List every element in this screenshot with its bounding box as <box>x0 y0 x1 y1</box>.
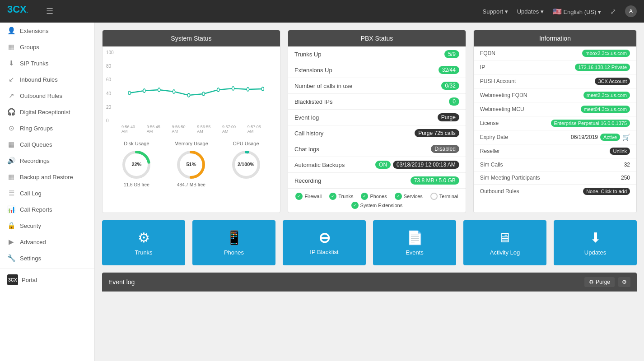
info-ip: IP 172.16.138.12 Private <box>474 60 636 74</box>
info-expiry: Expiry Date 06/19/2019 Active 🛒 <box>474 130 636 144</box>
settings-icon: 🔧 <box>7 254 15 262</box>
extensions-up-badge: 32/44 <box>439 66 459 74</box>
recording-badge: 73.8 MB / 5.0 GB <box>411 176 459 185</box>
sidebar-item-call-queues[interactable]: ▦ Call Queues <box>0 136 94 153</box>
system-extensions-status: ✓ System Extensions <box>351 202 403 209</box>
event-log-section: Event log ♻ Purge ⚙ <box>102 273 637 292</box>
tile-updates[interactable]: ⬇ Updates <box>554 220 637 265</box>
trunks-status: ✓ Trunks <box>329 193 353 200</box>
svg-point-4 <box>187 93 190 97</box>
push-account-value: 3CX Account <box>595 78 630 85</box>
chart-area: 100 80 60 40 20 0 <box>103 46 280 137</box>
pbx-row-recording: Recording 73.8 MB / 5.0 GB <box>288 173 466 189</box>
pbx-row-trunks: Trunks Up 5/9 <box>288 46 466 62</box>
auto-backup-date-badge: 03/18/2019 12:00:13 AM <box>393 161 459 169</box>
sidebar-item-sip-trunks[interactable]: ⬇ SIP Trunks <box>0 55 94 71</box>
sim-meeting-value: 250 <box>621 175 630 181</box>
sidebar-item-extensions[interactable]: 👤 Extensions <box>0 23 94 39</box>
support-link[interactable]: Support ▾ <box>483 8 508 15</box>
pbx-row-chat-logs: Chat logs Disabled <box>288 141 466 157</box>
sidebar-item-settings[interactable]: 🔧 Settings <box>0 250 94 266</box>
tiles-row: ⚙ Trunks 📱 Phones ⊖ IP Blacklist 📄 Event… <box>102 220 637 265</box>
event-log-bar: Event log ♻ Purge ⚙ <box>102 273 637 292</box>
reseller-unlink[interactable]: Unlink <box>610 148 630 155</box>
svg-point-6 <box>217 88 219 92</box>
extensions-icon: 👤 <box>7 27 15 35</box>
sip-trunks-icon: ⬇ <box>7 59 15 67</box>
groups-icon: ▦ <box>7 43 15 51</box>
event-log-badge[interactable]: Purge <box>438 113 459 121</box>
svg-point-9 <box>261 87 264 91</box>
call-queues-icon: ▦ <box>7 140 15 148</box>
ip-value: 172.16.138.12 Private <box>575 64 630 71</box>
pbx-row-calls-in-use: Number of calls in use 0/32 <box>288 78 466 94</box>
sidebar-item-portal[interactable]: 3CX Portal <box>0 270 94 289</box>
sidebar-item-ring-groups[interactable]: ⊙ Ring Groups <box>0 120 94 136</box>
advanced-icon: ▶ <box>7 238 15 246</box>
system-status-header: System Status <box>103 30 280 46</box>
sidebar-item-security[interactable]: 🔒 Security <box>0 218 94 234</box>
expand-icon[interactable]: ⤢ <box>610 7 616 16</box>
outbound-rules-value[interactable]: None. Click to add <box>583 188 630 195</box>
sidebar-item-digital-receptionist[interactable]: 🎧 Digital Receptionist <box>0 104 94 120</box>
trunks-up-badge: 5/9 <box>444 50 459 58</box>
sidebar-item-call-log[interactable]: ☰ Call Log <box>0 185 94 201</box>
memory-usage-gauge: Memory Usage 51% 484.7 MB free <box>174 141 208 187</box>
user-avatar[interactable]: A <box>625 5 637 17</box>
sidebar-item-backup-restore[interactable]: ▦ Backup and Restore <box>0 169 94 185</box>
updates-link[interactable]: Updates ▾ <box>517 8 544 15</box>
tile-events[interactable]: 📄 Events <box>373 220 456 265</box>
cards-row: System Status 100 80 60 40 20 0 <box>102 30 637 213</box>
calls-in-use-badge: 0/32 <box>441 82 459 90</box>
event-log-purge-button[interactable]: ♻ Purge <box>584 277 615 287</box>
system-status-card: System Status 100 80 60 40 20 0 <box>102 30 280 213</box>
pbx-row-event-log: Event log Purge <box>288 110 466 125</box>
information-card: Information FQDN mbox2.3cx.us.com IP 172… <box>473 30 637 213</box>
call-history-badge[interactable]: Purge 725 calls <box>415 129 459 137</box>
svg-point-7 <box>232 87 234 90</box>
logo: 3CX. <box>7 4 28 19</box>
event-log-settings-button[interactable]: ⚙ <box>618 277 630 287</box>
recordings-icon: 🔊 <box>7 157 15 165</box>
svg-point-5 <box>202 92 205 96</box>
svg-point-3 <box>173 90 175 93</box>
digital-receptionist-icon: 🎧 <box>7 108 15 116</box>
tile-activity-log[interactable]: 🖥 Activity Log <box>463 220 546 265</box>
firewall-status: ✓ Firewall <box>295 193 322 200</box>
3cx-brand: 3CX <box>7 274 18 285</box>
event-log-actions: ♻ Purge ⚙ <box>584 277 630 287</box>
sidebar-item-call-reports[interactable]: 📊 Call Reports <box>0 201 94 218</box>
info-sim-meeting: Sim Meeting Participants 250 <box>474 171 636 185</box>
tile-phones[interactable]: 📱 Phones <box>192 220 275 265</box>
sidebar-item-outbound-rules[interactable]: ↗ Outbound Rules <box>0 88 94 104</box>
sidebar-item-inbound-rules[interactable]: ↙ Inbound Rules <box>0 71 94 88</box>
cart-icon[interactable]: 🛒 <box>622 134 630 141</box>
security-icon: 🔒 <box>7 222 15 230</box>
services-status: ✓ Services <box>395 193 423 200</box>
sim-calls-value: 32 <box>624 162 630 168</box>
phones-status: ✓ Phones <box>361 193 387 200</box>
disk-usage-gauge: Disk Usage 22% 11.6 GB free <box>121 141 152 187</box>
svg-point-0 <box>128 91 131 95</box>
status-icons-row: ✓ Firewall ✓ Trunks ✓ Phones ✓ Services <box>288 189 466 213</box>
tile-ip-blacklist[interactable]: ⊖ IP Blacklist <box>283 220 366 265</box>
chart-xaxis: 9:56:40AM 9:56:45AM 9:56:50AM 9:56:55AM … <box>108 124 275 134</box>
pbx-status-card: PBX Status Trunks Up 5/9 Extensions Up 3… <box>288 30 466 213</box>
hamburger-icon[interactable]: ☰ <box>46 6 53 16</box>
sidebar-item-recordings[interactable]: 🔊 Recordings <box>0 153 94 169</box>
events-tile-icon: 📄 <box>406 230 423 245</box>
tile-trunks[interactable]: ⚙ Trunks <box>102 220 185 265</box>
pbx-status-header: PBX Status <box>288 30 466 46</box>
license-value: Enterprise Perpetual 16.0.0.1375 <box>551 120 630 127</box>
main-content: System Status 100 80 60 40 20 0 <box>95 23 644 361</box>
webmeeting-fqdn-value: meet2.3cx.us.com <box>583 92 630 99</box>
purge-recycle-icon: ♻ <box>589 279 594 285</box>
sidebar-item-advanced[interactable]: ▶ Advanced <box>0 234 94 250</box>
sidebar-item-groups[interactable]: ▦ Groups <box>0 39 94 55</box>
gauges-row: Disk Usage 22% 11.6 GB free Memory Usag <box>103 137 280 193</box>
info-reseller: Reseller Unlink <box>474 144 636 158</box>
language-selector[interactable]: 🇺🇸 English (US) ▾ <box>553 7 601 16</box>
phones-tile-icon: 📱 <box>226 230 243 245</box>
pbx-row-extensions: Extensions Up 32/44 <box>288 62 466 78</box>
ring-groups-icon: ⊙ <box>7 124 15 132</box>
